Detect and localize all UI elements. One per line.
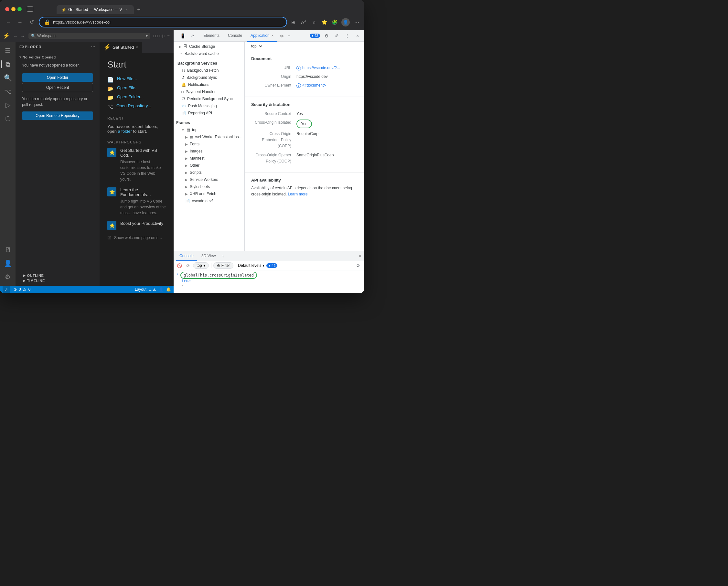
console-ban-icon[interactable]: ⊘ [184,262,191,269]
frames-header[interactable]: Frames [174,119,244,126]
open-recent-button[interactable]: Open Recent [22,83,93,92]
recent-link[interactable]: a folder [118,129,133,134]
learn-more-link[interactable]: Learn more [288,192,307,196]
console-settings-icon[interactable]: ⚙ [355,262,361,269]
open-repo-item[interactable]: ⌥ Open Repository... [107,103,166,110]
reload-button[interactable]: ↺ [27,18,36,27]
app-nav-fonts[interactable]: ▶ Fonts [174,140,244,148]
app-nav-bg-sync[interactable]: ↺ Background Sync [174,74,244,81]
app-nav-other[interactable]: ▶ Other [174,162,244,169]
app-nav-bf-cache[interactable]: ↔ Back/forward cache [174,50,244,57]
walkthrough-item-1[interactable]: ⭐ Get Started with VS Cod… Discover the … [107,148,166,182]
collections-icon[interactable]: 🧩 [331,19,338,26]
console-context-selector[interactable]: top ▾ [193,262,209,269]
no-folder-header[interactable]: ▾ No Folder Opened [16,55,100,60]
app-nav-notifications[interactable]: 🔔 Notifications [174,81,244,88]
activity-icon-account[interactable]: 👤 [1,257,14,270]
devtools-dock-icon[interactable]: ⚟ [333,32,341,40]
app-nav-push-messaging[interactable]: 📨 Push Messaging [174,102,244,109]
app-nav-scripts[interactable]: ▶ Scripts [174,169,244,176]
devtools-tab-console[interactable]: Console [224,30,246,42]
open-file-item[interactable]: 📂 Open File... [107,85,166,92]
background-services-header[interactable]: Background Services [174,60,244,67]
activity-icon-extensions[interactable]: ⬡ [1,112,14,125]
console-levels-selector[interactable]: Default levels ▾ [238,263,265,268]
new-file-item[interactable]: 📄 New File... [107,76,166,83]
walkthrough-item-3[interactable]: ⭐ Boost your Productivity [107,221,166,230]
app-nav-stylesheets[interactable]: ▶ Stylesheets [174,183,244,190]
open-remote-button[interactable]: Open Remote Repository [22,111,93,120]
console-clear-icon[interactable]: 🚫 [176,262,183,269]
app-nav-payment-handler[interactable]: □ Payment Handler [174,88,244,95]
close-traffic-light[interactable] [5,7,9,11]
fullscreen-traffic-light[interactable] [18,7,22,11]
editor-tab-close-button[interactable]: × [136,45,138,49]
open-folder-button[interactable]: Open Folder [22,73,93,82]
app-nav-reporting-api[interactable]: 📄 Reporting API [174,109,244,116]
outline-section[interactable]: ▶ OUTLINE [19,273,96,278]
console-add-tab-button[interactable]: + [221,253,226,259]
timeline-section[interactable]: ▶ TIMELINE [19,278,96,283]
console-tab-console[interactable]: Console [176,251,197,261]
device-toolbar-icon[interactable]: 📱 [179,32,186,40]
console-close-button[interactable]: × [358,253,361,259]
app-nav-vscode-dev[interactable]: 📄 vscode.dev/ [174,197,244,205]
app-nav-cache-storage[interactable]: ▶ 🗄 Cache Storage [174,43,244,50]
activity-icon-settings[interactable]: ⚙ [1,270,14,283]
activity-icon-menu[interactable]: ☰ [1,44,14,57]
app-nav-top-frame[interactable]: ▼ ▤ top [174,126,244,133]
traffic-lights[interactable] [5,7,22,11]
reader-icon[interactable]: Aᴬ [300,19,307,26]
app-nav-bg-fetch[interactable]: ↑↓ Background Fetch [174,67,244,74]
devtools-add-tab[interactable]: + [286,33,292,39]
owner-link[interactable]: <#document> [302,82,357,88]
editor-tab-get-started[interactable]: ⚡ Get Started × [100,42,142,53]
vscode-forward-button[interactable]: → [19,33,26,39]
checkbox-icon[interactable]: ☑ [107,235,111,240]
sidebar-header-more[interactable]: ⋯ [91,44,96,49]
devtools-more-tabs[interactable]: ≫ [278,33,285,38]
devtools-settings-icon[interactable]: ⚙ [323,32,330,40]
forward-button[interactable]: → [16,18,25,27]
console-filter-bar[interactable]: ⊘ Filter [214,262,234,269]
application-tab-close[interactable]: × [272,34,274,37]
address-bar[interactable]: 🔒 https://vscode.dev/?vscode-coi [39,17,287,27]
app-nav-xhr[interactable]: ▶ XHR and Fetch [174,190,244,197]
activity-icon-source-control[interactable]: ⌥ [1,85,14,98]
activity-icon-explorer[interactable]: ⧉ [1,58,14,71]
inspect-icon[interactable]: ↗ [189,32,196,40]
frame-selector[interactable]: top [249,43,263,49]
back-button[interactable]: ← [4,18,13,27]
console-tab-3d[interactable]: 3D View [198,251,219,261]
new-tab-button[interactable]: + [134,5,144,14]
tab-close-button[interactable]: × [124,7,129,12]
devtools-close-icon[interactable]: × [354,32,361,40]
devtools-tab-application[interactable]: Application × [247,30,277,42]
status-remote[interactable]: ⤢ [3,286,10,293]
sidebar-toggle-button[interactable] [27,6,33,11]
star-icon[interactable]: ⭐ [321,19,328,26]
open-folder-item[interactable]: 📁 Open Folder... [107,94,166,101]
tab-overview-icon[interactable]: ⊞ [290,19,297,26]
devtools-more-icon[interactable]: ⋮ [343,32,351,40]
app-nav-web-worker[interactable]: ▶ ▤ webWorkerExtensionHos… [174,133,244,140]
profile-avatar[interactable]: 👤 [342,18,350,26]
url-link[interactable]: https://vscode.dev/?... [302,65,357,71]
activity-icon-run[interactable]: ▷ [1,99,14,111]
minimize-traffic-light[interactable] [11,7,16,11]
activity-icon-remote[interactable]: 🖥 [1,243,14,256]
activity-icon-search[interactable]: 🔍 [1,71,14,84]
vscode-search-bar[interactable]: 🔍 Workspace ▾ [28,33,150,39]
browser-tab-active[interactable]: ⚡ Get Started — Workspace — V × [56,5,134,14]
walkthrough-item-2[interactable]: ⭐ Learn the Fundamentals… Jump right int… [107,187,166,216]
app-nav-service-workers[interactable]: ▶ Service Workers [174,176,244,183]
vscode-back-button[interactable]: ← [12,33,19,39]
periodic-bg-sync-label: Periodic Background Sync [187,97,233,101]
more-button[interactable]: ⋯ [353,19,360,26]
devtools-tab-elements[interactable]: Elements [199,30,223,42]
favorites-icon[interactable]: ☆ [310,19,318,26]
console-input-text[interactable]: globalThis.crossOriginIsolated [180,272,257,279]
app-nav-manifest[interactable]: ▶ Manifest [174,155,244,162]
app-nav-images[interactable]: ▶ Images [174,148,244,155]
app-nav-periodic-bg-sync[interactable]: ⏱ Periodic Background Sync [174,95,244,102]
